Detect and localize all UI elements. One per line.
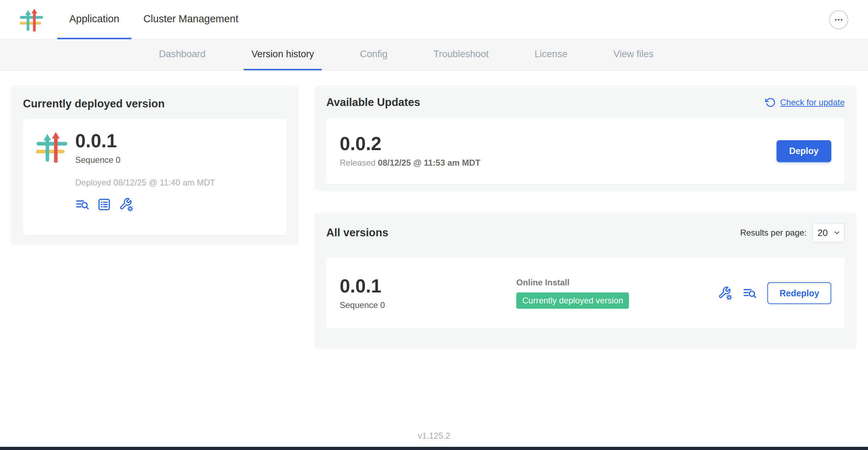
subtab-view-files-label: View files bbox=[613, 49, 654, 60]
currently-deployed-badge: Currently deployed version bbox=[516, 292, 629, 309]
subtab-dashboard[interactable]: Dashboard bbox=[151, 40, 213, 70]
right-column: Available Updates Check for update 0.0.2… bbox=[314, 85, 857, 349]
ellipsis-icon bbox=[834, 15, 844, 25]
subtab-view-files[interactable]: View files bbox=[606, 40, 661, 70]
tab-application-label: Application bbox=[69, 13, 119, 25]
update-released-timestamp: Released 08/12/25 @ 11:53 am MDT bbox=[340, 158, 480, 168]
top-navbar: Application Cluster Management bbox=[0, 0, 868, 40]
subtab-troubleshoot[interactable]: Troubleshoot bbox=[426, 40, 497, 70]
available-updates-card: Available Updates Check for update 0.0.2… bbox=[314, 85, 857, 191]
deploy-button-label: Deploy bbox=[789, 146, 819, 156]
available-updates-title: Available Updates bbox=[326, 96, 420, 109]
deployed-sequence: Sequence 0 bbox=[75, 155, 215, 165]
console-version: v1.125.2 bbox=[0, 431, 868, 441]
overflow-menu-button[interactable] bbox=[829, 10, 848, 29]
edit-config-wrench-icon[interactable] bbox=[718, 286, 732, 300]
results-per-page-select[interactable]: 20 bbox=[812, 223, 845, 243]
subtab-version-history-label: Version history bbox=[251, 49, 314, 60]
update-row: 0.0.2 Released 08/12/25 @ 11:53 am MDT D… bbox=[326, 118, 845, 184]
deployed-version-panel: 0.0.1 Sequence 0 Deployed 08/12/25 @ 11:… bbox=[23, 119, 287, 235]
row-sequence: Sequence 0 bbox=[340, 300, 516, 310]
check-for-update-link[interactable]: Check for update bbox=[765, 97, 845, 108]
all-versions-card: All versions Results per page: 20 0.0.1 … bbox=[314, 212, 857, 349]
currently-deployed-title: Currently deployed version bbox=[23, 97, 287, 110]
deployed-timestamp: Deployed 08/12/25 @ 11:40 am MDT bbox=[75, 178, 215, 188]
bottom-dark-bar bbox=[0, 447, 868, 450]
tab-application[interactable]: Application bbox=[57, 0, 131, 39]
row-install-type: Online Install bbox=[516, 278, 629, 288]
view-diff-icon[interactable] bbox=[743, 286, 757, 300]
top-nav-tabs: Application Cluster Management bbox=[57, 0, 250, 39]
subtab-config-label: Config bbox=[360, 49, 387, 60]
app-logo-icon bbox=[36, 131, 67, 162]
app-logo-icon bbox=[20, 8, 43, 31]
results-per-page-label: Results per page: bbox=[740, 228, 807, 238]
subtab-license-label: License bbox=[535, 49, 567, 60]
currently-deployed-card: Currently deployed version 0.0.1 Sequenc… bbox=[11, 85, 299, 245]
edit-config-wrench-icon[interactable] bbox=[119, 197, 133, 212]
subtab-license[interactable]: License bbox=[527, 40, 575, 70]
row-version-number: 0.0.1 bbox=[340, 277, 516, 295]
main-content: Currently deployed version 0.0.1 Sequenc… bbox=[0, 71, 868, 349]
app-subnav: Dashboard Version history Config Trouble… bbox=[0, 40, 868, 71]
subtab-troubleshoot-label: Troubleshoot bbox=[433, 49, 489, 60]
refresh-icon bbox=[765, 97, 776, 108]
chevron-down-icon bbox=[833, 229, 841, 237]
subtab-config[interactable]: Config bbox=[352, 40, 395, 70]
redeploy-button[interactable]: Redeploy bbox=[767, 282, 831, 304]
deploy-button[interactable]: Deploy bbox=[777, 140, 831, 162]
version-row: 0.0.1 Sequence 0 Online Install Currentl… bbox=[326, 257, 845, 329]
tab-cluster-management[interactable]: Cluster Management bbox=[131, 0, 250, 39]
update-version-number: 0.0.2 bbox=[340, 134, 480, 153]
subtab-version-history[interactable]: Version history bbox=[244, 40, 322, 70]
all-versions-title: All versions bbox=[326, 226, 388, 239]
results-per-page-value: 20 bbox=[818, 227, 828, 238]
redeploy-button-label: Redeploy bbox=[779, 288, 819, 298]
preflight-checks-icon[interactable] bbox=[97, 197, 111, 212]
view-diff-icon[interactable] bbox=[75, 197, 89, 212]
check-for-update-label: Check for update bbox=[780, 97, 845, 107]
tab-cluster-management-label: Cluster Management bbox=[143, 13, 238, 25]
deployed-version-number: 0.0.1 bbox=[75, 131, 215, 150]
subtab-dashboard-label: Dashboard bbox=[159, 49, 206, 60]
